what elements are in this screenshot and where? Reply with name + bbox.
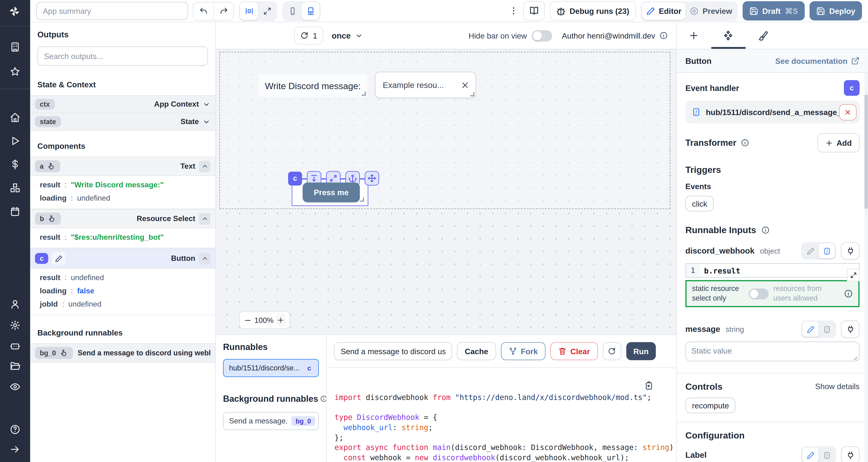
- hide-bar-toggle[interactable]: [532, 30, 552, 41]
- clear-select-icon[interactable]: [461, 80, 470, 90]
- variables-icon[interactable]: [10, 159, 21, 170]
- press-me-button[interactable]: Press me: [303, 183, 360, 202]
- resource-select-component[interactable]: Example resou...: [375, 72, 476, 98]
- info-icon: [320, 395, 327, 402]
- edit-id-button[interactable]: [52, 252, 65, 265]
- add-transformer-button[interactable]: Add: [817, 133, 860, 153]
- tab-editor[interactable]: Editor: [642, 2, 686, 20]
- preview-eye-icon: [690, 6, 699, 15]
- message-static-input[interactable]: [685, 342, 860, 362]
- resources-icon[interactable]: [10, 183, 21, 193]
- favorites-icon[interactable]: [10, 66, 21, 77]
- selected-button-component[interactable]: c Press me: [292, 178, 368, 206]
- show-details-link[interactable]: Show details: [815, 382, 860, 391]
- static-mode-button[interactable]: [802, 322, 818, 337]
- runs-icon[interactable]: [10, 135, 21, 146]
- app-summary-input[interactable]: [36, 2, 188, 20]
- connect-input-button[interactable]: [841, 242, 860, 260]
- more-menu-icon[interactable]: [509, 6, 518, 16]
- schedules-icon[interactable]: [10, 206, 21, 217]
- bg-runnables-title: Background runnables: [223, 394, 318, 403]
- run-button[interactable]: Run: [626, 342, 656, 360]
- fork-button[interactable]: Fork: [501, 342, 546, 360]
- chevron-down-icon[interactable]: [203, 100, 210, 108]
- static-mode-button[interactable]: [802, 243, 818, 258]
- docs-button[interactable]: [523, 1, 545, 21]
- component-row-a[interactable]: a Text: [30, 157, 215, 176]
- insert-tab-icon[interactable]: [688, 30, 699, 41]
- connect-input-button[interactable]: [841, 321, 860, 338]
- windmill-logo-icon[interactable]: [8, 5, 21, 18]
- prop-value: "Write Discord message:": [71, 181, 164, 189]
- expand-rail-icon[interactable]: [10, 444, 21, 455]
- home-icon[interactable]: [10, 112, 21, 123]
- event-chip-click[interactable]: click: [685, 196, 714, 211]
- resize-handle[interactable]: [470, 92, 474, 96]
- runnable-item-selected[interactable]: hub/1511/discord/se... c: [223, 359, 319, 377]
- undo-button[interactable]: [193, 2, 213, 20]
- copy-code-icon[interactable]: [644, 381, 653, 390]
- resize-handle[interactable]: [360, 198, 364, 202]
- background-runnable-row[interactable]: bg_0 Send a message to discord using web…: [30, 343, 215, 363]
- resize-handle[interactable]: [362, 92, 366, 96]
- workers-icon[interactable]: [10, 340, 21, 351]
- debug-runs-button[interactable]: Debug runs (23): [550, 1, 636, 21]
- bg-runnable-item[interactable]: Send a message... bg_0: [223, 412, 319, 430]
- output-row-state[interactable]: state State: [30, 113, 215, 131]
- redo-button[interactable]: [213, 2, 233, 20]
- discord-webhook-expr[interactable]: 1 b.result: [685, 263, 860, 278]
- output-row-ctx[interactable]: ctx App Context: [30, 95, 215, 113]
- zoom-out-icon[interactable]: [244, 316, 252, 325]
- eval-mode-button[interactable]: f: [818, 448, 835, 462]
- static-mode-button[interactable]: [802, 448, 818, 462]
- pencil-icon: [806, 325, 815, 333]
- workspace-icon[interactable]: [10, 41, 21, 53]
- mobile-view-button[interactable]: [283, 2, 301, 20]
- collapse-button[interactable]: [199, 253, 210, 264]
- centered-layout-button[interactable]: [240, 2, 258, 20]
- desktop-view-button[interactable]: [301, 2, 319, 20]
- code-editor[interactable]: import discordwebhook from "https://deno…: [327, 367, 676, 462]
- recompute-chip[interactable]: recompute: [685, 398, 736, 414]
- static-resource-toggle[interactable]: [749, 288, 769, 299]
- collapse-button[interactable]: [199, 161, 210, 172]
- component-settings-tab-icon[interactable]: [723, 30, 734, 41]
- cache-button[interactable]: Cache: [457, 342, 496, 360]
- connect-input-button[interactable]: [841, 447, 860, 462]
- settings-icon[interactable]: [10, 320, 21, 331]
- clear-button[interactable]: Clear: [551, 342, 598, 360]
- save-icon: [816, 6, 825, 15]
- component-row-b[interactable]: b Resource Select: [30, 209, 215, 228]
- audit-logs-icon[interactable]: [10, 381, 21, 392]
- expand-expr-button[interactable]: [847, 269, 860, 281]
- eval-mode-button[interactable]: f: [818, 322, 835, 337]
- fullscreen-layout-button[interactable]: [258, 2, 276, 20]
- attached-runnable[interactable]: f hub/1511/discord/send_a_message_...: [685, 101, 860, 124]
- refresh-count-button[interactable]: 1: [294, 27, 323, 44]
- tab-preview[interactable]: Preview: [686, 2, 736, 20]
- search-outputs-input[interactable]: [37, 46, 208, 66]
- help-icon[interactable]: [10, 424, 21, 435]
- detach-runnable-button[interactable]: [839, 104, 857, 120]
- zoom-in-button[interactable]: [276, 314, 286, 327]
- user-icon[interactable]: [10, 299, 21, 309]
- folders-icon[interactable]: [10, 361, 21, 372]
- settings-scrollbar[interactable]: [864, 73, 868, 462]
- deploy-button[interactable]: Deploy: [809, 1, 862, 21]
- run-mode-select[interactable]: once: [332, 31, 363, 40]
- eval-mode-button[interactable]: f: [818, 243, 835, 258]
- draft-button[interactable]: Draft ⌘S: [742, 1, 805, 21]
- move-button[interactable]: [365, 171, 379, 186]
- collapse-button[interactable]: [199, 213, 210, 225]
- see-documentation-link[interactable]: See documentation: [775, 57, 860, 65]
- styling-tab-icon[interactable]: [758, 30, 769, 41]
- event-handler-badge: c: [844, 80, 860, 96]
- runnable-name-input[interactable]: [334, 342, 452, 360]
- text-component[interactable]: Write Discord message:: [258, 74, 367, 97]
- app-canvas[interactable]: Write Discord message: Example resou... …: [216, 50, 676, 334]
- refresh-icon: [300, 31, 309, 40]
- chevron-down-icon[interactable]: [203, 118, 210, 126]
- component-row-c-selected[interactable]: c Button: [30, 248, 215, 269]
- scrollbar-thumb[interactable]: [864, 95, 868, 209]
- reload-code-button[interactable]: [602, 342, 621, 360]
